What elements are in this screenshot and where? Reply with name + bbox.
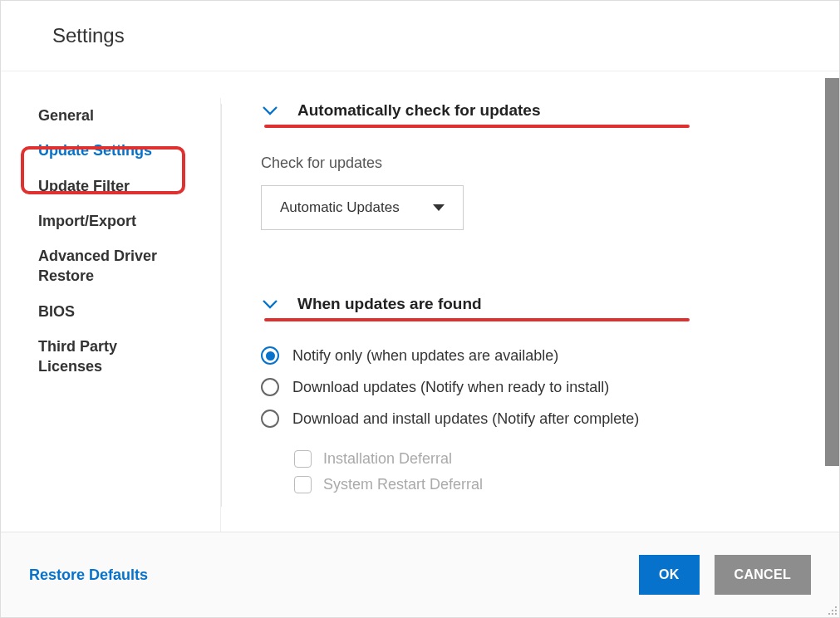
sidebar-item-third-party-licenses[interactable]: Third Party Licenses xyxy=(38,329,179,385)
section-found-title: When updates are found xyxy=(297,295,482,313)
caret-down-icon xyxy=(433,204,445,211)
update-behavior-radio-group: Notify only (when updates are available)… xyxy=(261,340,823,434)
checkbox-installation-deferral[interactable]: Installation Deferral xyxy=(294,446,823,472)
footer: Restore Defaults OK CANCEL xyxy=(1,532,839,617)
checkbox-system-restart-deferral[interactable]: System Restart Deferral xyxy=(294,472,823,498)
radio-icon xyxy=(261,346,279,365)
svg-point-4 xyxy=(832,613,833,615)
select-value: Automatic Updates xyxy=(280,199,400,216)
content-pane: Automatically check for updates Check fo… xyxy=(221,71,839,532)
radio-download-notify[interactable]: Download updates (Notify when ready to i… xyxy=(261,371,823,403)
svg-point-1 xyxy=(832,610,833,611)
sidebar-item-bios[interactable]: BIOS xyxy=(38,294,179,329)
restore-defaults-link[interactable]: Restore Defaults xyxy=(29,566,148,584)
section-found-header[interactable]: When updates are found xyxy=(261,295,823,313)
body: General Update Settings Update Filter Im… xyxy=(1,71,839,532)
checkbox-label: System Restart Deferral xyxy=(323,476,483,493)
page-title: Settings xyxy=(1,1,839,71)
checkbox-label: Installation Deferral xyxy=(323,450,452,468)
check-for-updates-label: Check for updates xyxy=(261,154,823,172)
chevron-down-icon xyxy=(261,101,279,120)
radio-label: Download updates (Notify when ready to i… xyxy=(292,379,609,396)
radio-icon xyxy=(261,410,279,428)
section-auto-header[interactable]: Automatically check for updates xyxy=(261,101,823,120)
radio-download-install[interactable]: Download and install updates (Notify aft… xyxy=(261,403,823,434)
annotation-underline-2 xyxy=(264,318,690,321)
sidebar-item-update-filter[interactable]: Update Filter xyxy=(38,169,179,204)
check-for-updates-select[interactable]: Automatic Updates xyxy=(261,185,464,230)
sidebar-item-general[interactable]: General xyxy=(38,98,179,133)
sidebar-item-advanced-driver-restore[interactable]: Advanced Driver Restore xyxy=(38,238,179,294)
sidebar-item-import-export[interactable]: Import/Export xyxy=(38,204,179,238)
radio-icon xyxy=(261,378,279,396)
section-auto-title: Automatically check for updates xyxy=(297,101,540,120)
sidebar-item-update-settings[interactable]: Update Settings xyxy=(38,133,179,168)
radio-label: Download and install updates (Notify aft… xyxy=(292,410,639,428)
svg-point-2 xyxy=(835,610,837,611)
chevron-down-icon xyxy=(261,295,279,313)
svg-point-3 xyxy=(828,613,830,615)
sidebar: General Update Settings Update Filter Im… xyxy=(1,71,221,532)
svg-point-5 xyxy=(835,613,837,615)
checkbox-icon xyxy=(294,450,312,468)
resize-grip-icon[interactable] xyxy=(826,604,838,616)
ok-button[interactable]: OK xyxy=(639,555,700,595)
radio-label: Notify only (when updates are available) xyxy=(292,347,558,365)
checkbox-icon xyxy=(294,476,312,493)
annotation-underline-1 xyxy=(264,125,690,128)
svg-point-0 xyxy=(835,606,837,608)
cancel-button[interactable]: CANCEL xyxy=(715,555,811,595)
settings-window: Settings General Update Settings Update … xyxy=(0,0,840,618)
radio-notify-only[interactable]: Notify only (when updates are available) xyxy=(261,340,823,371)
deferral-checkbox-group: Installation Deferral System Restart Def… xyxy=(294,446,823,498)
scrollbar-thumb[interactable] xyxy=(825,78,839,466)
